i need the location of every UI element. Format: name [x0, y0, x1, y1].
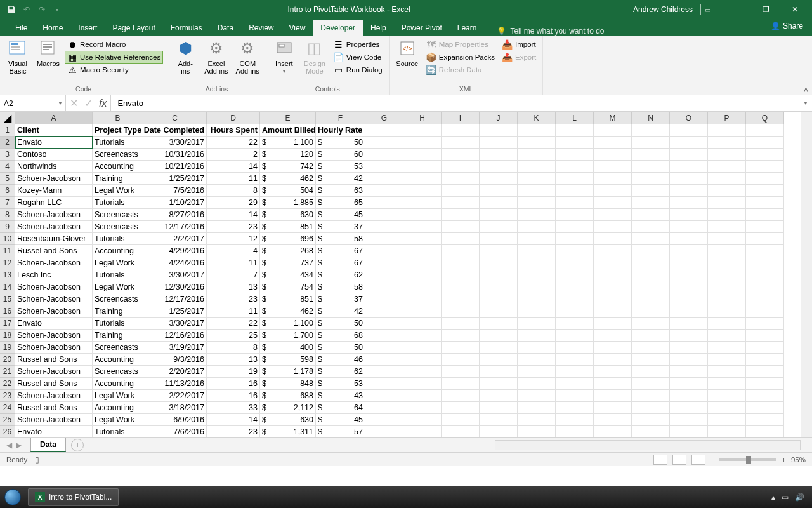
cell[interactable] — [708, 221, 746, 233]
cell[interactable] — [632, 366, 670, 378]
cell[interactable]: Hours Spent — [207, 124, 260, 137]
row-header[interactable]: 23 — [0, 390, 15, 402]
cell[interactable] — [442, 161, 480, 173]
cell[interactable] — [632, 281, 670, 293]
cell[interactable] — [480, 269, 518, 281]
user-name[interactable]: Andrew Childress — [633, 5, 693, 14]
cell[interactable] — [594, 342, 632, 354]
system-tray[interactable]: ▴ ▭ 🔊 — [771, 493, 812, 502]
cell[interactable]: 2/2/2017 — [143, 233, 207, 245]
cell[interactable]: $851 — [260, 293, 316, 305]
cell[interactable]: Schoen-Jacobson — [15, 390, 93, 402]
column-header-M[interactable]: M — [594, 112, 632, 124]
cell[interactable] — [403, 233, 442, 245]
cell[interactable] — [442, 366, 480, 378]
cell[interactable] — [365, 318, 403, 330]
cell[interactable] — [518, 281, 556, 293]
cell[interactable]: Russel and Sons — [15, 245, 93, 257]
cell[interactable]: 1/10/2017 — [143, 197, 207, 209]
cell[interactable] — [442, 124, 480, 137]
cell[interactable]: Northwinds — [15, 161, 93, 173]
cell[interactable] — [632, 354, 670, 366]
cell[interactable] — [403, 269, 442, 281]
cell[interactable] — [670, 281, 708, 293]
cell[interactable] — [594, 330, 632, 342]
cell[interactable] — [708, 281, 746, 293]
cell[interactable] — [632, 305, 670, 318]
cell[interactable] — [594, 378, 632, 390]
column-header-G[interactable]: G — [365, 112, 403, 124]
cell[interactable] — [746, 366, 784, 378]
cell[interactable] — [556, 366, 594, 378]
cell[interactable] — [556, 209, 594, 221]
column-header-D[interactable]: D — [207, 112, 260, 124]
cell[interactable] — [365, 257, 403, 269]
cell[interactable]: Schoen-Jacobson — [15, 366, 93, 378]
cell[interactable] — [403, 330, 442, 342]
cell[interactable]: Schoen-Jacobson — [15, 293, 93, 305]
cell[interactable] — [480, 305, 518, 318]
cell[interactable]: $268 — [260, 245, 316, 257]
use-relative-refs-button[interactable]: ▦Use Relative References — [65, 51, 163, 64]
cell[interactable] — [708, 293, 746, 305]
action-center-icon[interactable]: ▭ — [782, 493, 789, 502]
cell[interactable] — [442, 330, 480, 342]
cell[interactable]: $462 — [260, 173, 316, 185]
cell[interactable]: $50 — [316, 137, 365, 149]
zoom-in-button[interactable]: + — [782, 456, 786, 464]
cell[interactable] — [480, 173, 518, 185]
cell[interactable] — [594, 390, 632, 402]
cell[interactable] — [442, 390, 480, 402]
cell[interactable] — [632, 269, 670, 281]
cell[interactable] — [594, 137, 632, 149]
cell[interactable] — [594, 293, 632, 305]
cell[interactable]: $630 — [260, 414, 316, 426]
cell[interactable]: $120 — [260, 149, 316, 161]
cell[interactable] — [556, 149, 594, 161]
tab-power-pivot[interactable]: Power Pivot — [394, 20, 450, 36]
row-header[interactable]: 26 — [0, 426, 15, 437]
cell[interactable] — [594, 245, 632, 257]
cell[interactable] — [556, 330, 594, 342]
column-header-C[interactable]: C — [143, 112, 207, 124]
column-header-J[interactable]: J — [480, 112, 518, 124]
cell[interactable] — [708, 269, 746, 281]
cell[interactable] — [365, 293, 403, 305]
cell[interactable] — [442, 305, 480, 318]
cell[interactable] — [670, 245, 708, 257]
cell[interactable] — [746, 318, 784, 330]
cell[interactable] — [708, 414, 746, 426]
cell[interactable]: Kozey-Mann — [15, 185, 93, 197]
cell[interactable] — [403, 257, 442, 269]
cell[interactable]: Tutorials — [93, 137, 143, 149]
cell[interactable] — [632, 330, 670, 342]
collapse-ribbon-button[interactable]: ᐱ — [804, 86, 808, 93]
cell[interactable] — [746, 305, 784, 318]
cell[interactable]: Russel and Sons — [15, 402, 93, 414]
fx-icon[interactable]: fx — [99, 98, 107, 109]
cell[interactable]: Screencasts — [93, 149, 143, 161]
cell[interactable] — [365, 330, 403, 342]
cell[interactable] — [403, 197, 442, 209]
horizontal-scrollbar[interactable] — [495, 440, 801, 450]
cell[interactable]: 11 — [207, 257, 260, 269]
cell[interactable] — [556, 197, 594, 209]
cell[interactable] — [403, 366, 442, 378]
column-header-N[interactable]: N — [632, 112, 670, 124]
cell[interactable] — [556, 390, 594, 402]
tray-chevron-icon[interactable]: ▴ — [771, 493, 775, 502]
cell[interactable] — [518, 390, 556, 402]
cell[interactable]: Screencasts — [93, 293, 143, 305]
vertical-scrollbar[interactable] — [801, 112, 812, 437]
cell[interactable] — [556, 402, 594, 414]
cell[interactable] — [403, 378, 442, 390]
cell[interactable] — [708, 233, 746, 245]
cell[interactable] — [708, 378, 746, 390]
row-header[interactable]: 7 — [0, 197, 15, 209]
cell[interactable]: $65 — [316, 197, 365, 209]
zoom-slider[interactable] — [719, 458, 776, 461]
tab-view[interactable]: View — [282, 20, 313, 36]
cell[interactable]: 11 — [207, 173, 260, 185]
cell[interactable] — [708, 257, 746, 269]
cell[interactable] — [480, 426, 518, 437]
